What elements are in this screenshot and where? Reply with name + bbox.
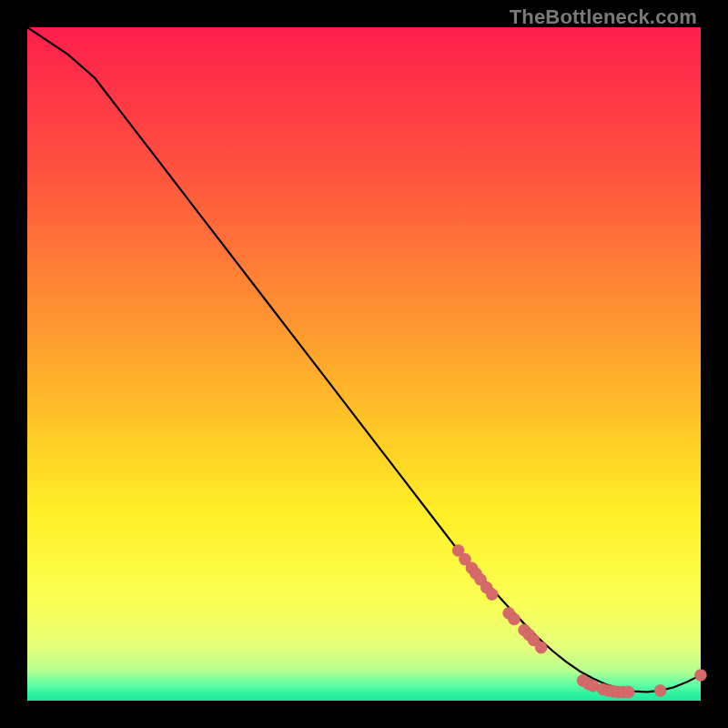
data-marker [535, 642, 547, 653]
watermark-text: TheBottleneck.com [510, 5, 697, 29]
chart-container: TheBottleneck.com [0, 0, 728, 728]
data-marker [486, 589, 498, 601]
data-markers [452, 544, 706, 697]
data-marker [622, 686, 634, 698]
data-marker [509, 613, 521, 625]
data-marker [695, 669, 707, 681]
plot-area [27, 27, 701, 701]
chart-overlay [27, 27, 701, 701]
bottleneck-curve [27, 27, 701, 692]
data-marker [654, 684, 666, 696]
